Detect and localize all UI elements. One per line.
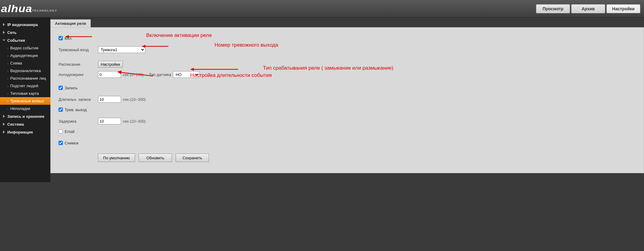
- alarm-in-label: Тревожный вход: [59, 48, 98, 52]
- email-label: Email: [65, 129, 75, 134]
- snapshot-checkbox[interactable]: [59, 141, 63, 145]
- schedule-label: Расписание: [59, 62, 98, 67]
- brand-logo: alhua TECHNOLOGY: [2, 3, 57, 15]
- schedule-settings-button[interactable]: Настройки: [98, 61, 123, 68]
- alarm-out-label: Трев. выход: [65, 107, 87, 112]
- sidebar-label: Система: [7, 122, 24, 127]
- snapshot-label: Снимок: [65, 141, 79, 145]
- sidebar-sub-label: Неполадки: [10, 106, 30, 111]
- sidebar-item-network[interactable]: Сеть: [0, 28, 50, 36]
- sidebar-item-events[interactable]: События: [0, 36, 50, 44]
- sidebar-item-system[interactable]: Система: [0, 120, 50, 128]
- rec-len-input[interactable]: [98, 96, 121, 103]
- delay-label: Задержка: [59, 119, 98, 124]
- anti-dither-label: Антидизеринг: [59, 72, 98, 77]
- main-area: IP видеокамера Сеть События ›Видео событ…: [0, 18, 644, 182]
- sidebar-sub-scheme[interactable]: ›Схема: [0, 59, 50, 67]
- sidebar-sub-video-analytics[interactable]: ›Видеоаналитика: [0, 67, 50, 74]
- sidebar-sub-faults[interactable]: ›Неполадки: [0, 105, 50, 112]
- sidebar-label: События: [7, 38, 25, 43]
- nav-settings-button[interactable]: Настройки: [606, 4, 640, 13]
- nav-archive-button[interactable]: Архив: [571, 4, 605, 13]
- content: Активация реле Вкл. Тревожный вход Трево…: [50, 18, 644, 182]
- sidebar-sub-label: Аудиодетекция: [10, 53, 38, 58]
- sidebar-sub-people-count[interactable]: ›Подсчет людей: [0, 82, 50, 90]
- logo-text: alhua: [2, 3, 31, 15]
- sidebar: IP видеокамера Сеть События ›Видео событ…: [0, 18, 50, 182]
- alarm-in-select[interactable]: Тревога1: [98, 46, 145, 53]
- sidebar-sub-alarm-io[interactable]: ›Тревожные вх/вых: [0, 97, 50, 105]
- alarm-out-checkbox[interactable]: [59, 107, 63, 112]
- sidebar-sub-label: Тепловая карта: [10, 91, 39, 96]
- sidebar-item-ip-camera[interactable]: IP видеокамера: [0, 21, 50, 28]
- sidebar-sub-label: Распознавание лиц: [10, 76, 46, 81]
- refresh-button[interactable]: Обновить: [139, 154, 172, 162]
- sensor-type-label: Тип датчика: [149, 72, 171, 77]
- sidebar-label: IP видеокамера: [7, 22, 38, 27]
- delay-hint: сек (10~300): [123, 119, 146, 124]
- sidebar-sub-label: Схема: [10, 61, 22, 65]
- sidebar-sub-label: Видеоаналитика: [10, 68, 41, 73]
- record-label: Запись: [65, 86, 78, 90]
- rec-len-label: Длительн. записи: [59, 97, 98, 102]
- sidebar-sub-heatmap[interactable]: ›Тепловая карта: [0, 90, 50, 97]
- logo-subtext: TECHNOLOGY: [32, 9, 57, 12]
- save-button[interactable]: Сохранить: [176, 154, 209, 162]
- top-nav: Просмотр Архив Настройки: [536, 4, 640, 13]
- enable-label: Вкл.: [65, 36, 72, 41]
- sidebar-sub-audio-detect[interactable]: ›Аудиодетекция: [0, 52, 50, 59]
- anti-dither-hint: сек (0~100): [123, 72, 143, 77]
- sidebar-item-storage[interactable]: Запись и хранение: [0, 112, 50, 120]
- sidebar-item-info[interactable]: Информация: [0, 128, 50, 136]
- sidebar-label: Информация: [7, 130, 33, 134]
- sidebar-sub-label: Тревожные вх/вых: [10, 99, 44, 103]
- anti-dither-input[interactable]: [98, 71, 121, 78]
- panel-relay-activation: Вкл. Тревожный вход Тревога1 Расписание …: [50, 27, 644, 173]
- tab-relay-activation[interactable]: Активация реле: [50, 19, 91, 27]
- sidebar-sub-label: Подсчет людей: [10, 84, 39, 88]
- email-checkbox[interactable]: [59, 129, 63, 134]
- sidebar-sub-face[interactable]: ›Распознавание лиц: [0, 74, 50, 82]
- rec-len-hint: сек (10~300): [123, 97, 146, 102]
- sidebar-label: Запись и хранение: [7, 114, 44, 119]
- top-bar: alhua TECHNOLOGY Просмотр Архив Настройк…: [0, 0, 644, 18]
- sidebar-sub-label: Видео события: [10, 46, 39, 50]
- default-button[interactable]: По умолчанию: [98, 154, 135, 162]
- record-checkbox[interactable]: [59, 86, 63, 90]
- sidebar-sub-video-events[interactable]: ›Видео события: [0, 44, 50, 52]
- tab-strip: Активация реле: [50, 19, 644, 27]
- delay-input[interactable]: [98, 118, 121, 124]
- enable-checkbox[interactable]: [59, 36, 63, 40]
- sensor-type-select[interactable]: НО: [173, 71, 200, 78]
- nav-preview-button[interactable]: Просмотр: [536, 4, 570, 13]
- sidebar-label: Сеть: [7, 30, 17, 35]
